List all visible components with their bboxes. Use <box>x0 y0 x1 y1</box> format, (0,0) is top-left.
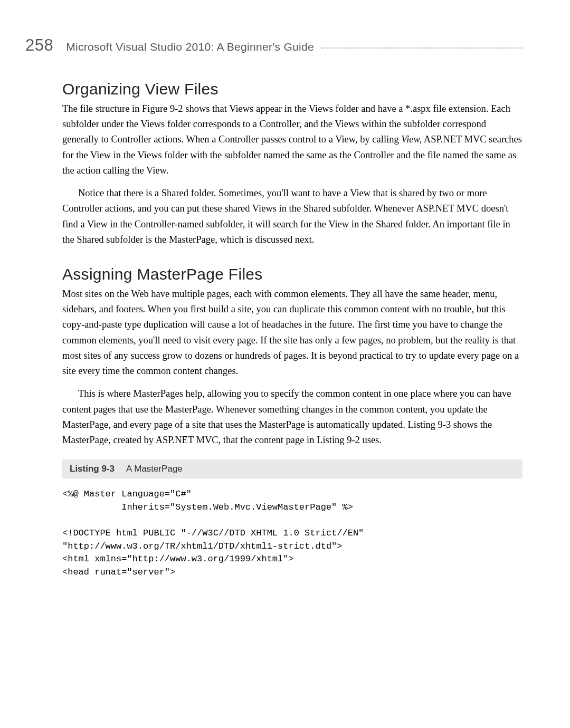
code-block: <%@ Master Language="C#" Inherits="Syste… <box>62 488 522 579</box>
section-heading-organizing: Organizing View Files <box>62 80 522 98</box>
listing-header: Listing 9-3 A MasterPage <box>62 459 522 478</box>
running-header: 258 Microsoft Visual Studio 2010: A Begi… <box>25 36 522 55</box>
italic-text: View, <box>401 134 422 145</box>
running-title: Microsoft Visual Studio 2010: A Beginner… <box>66 41 314 53</box>
section1-paragraph1: The file structure in Figure 9-2 shows t… <box>62 101 522 178</box>
page-number: 258 <box>25 36 53 55</box>
section-heading-assigning: Assigning MasterPage Files <box>62 265 522 283</box>
listing-title: A MasterPage <box>126 464 183 474</box>
page-content: Organizing View Files The file structure… <box>25 80 522 579</box>
header-divider <box>321 47 522 49</box>
section2-paragraph1: Most sites on the Web have multiple page… <box>62 286 522 379</box>
listing-label: Listing 9-3 <box>70 464 115 474</box>
section2-paragraph2: This is where MasterPages help, allowing… <box>62 386 522 448</box>
section1-paragraph2: Notice that there is a Shared folder. So… <box>62 186 522 247</box>
